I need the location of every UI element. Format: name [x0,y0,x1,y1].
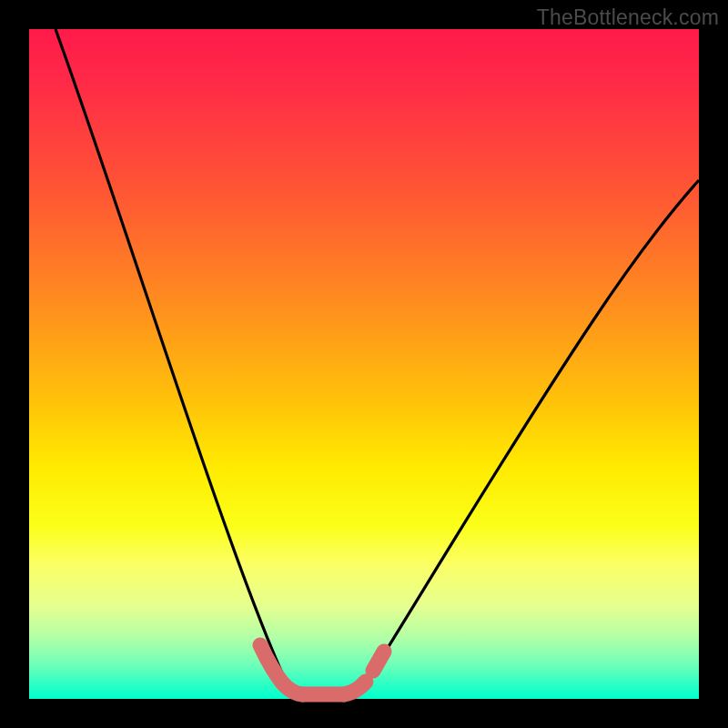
chart-svg [29,29,699,699]
outer-frame: TheBottleneck.com [0,0,728,728]
trough-marker-right-a [344,682,366,694]
trough-marker-right-b [373,652,384,671]
trough-marker-left [260,645,302,694]
watermark-text: TheBottleneck.com [537,5,719,30]
bottleneck-curve [56,29,699,694]
